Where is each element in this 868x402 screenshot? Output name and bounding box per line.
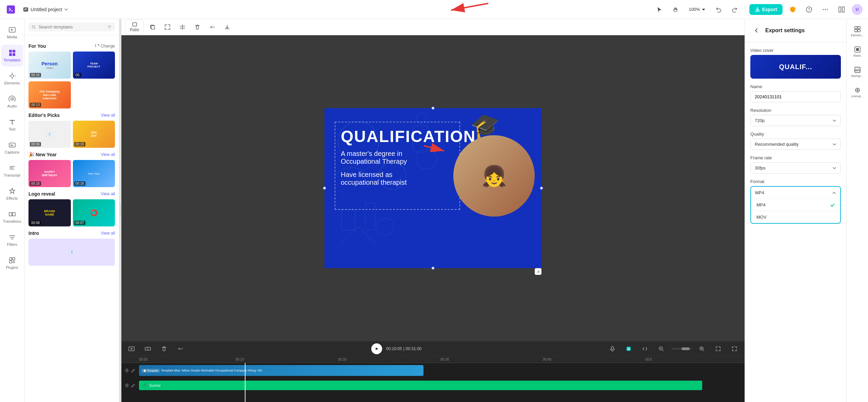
audio-clip[interactable]: 🎵 Sunrise [139,381,702,390]
format-option-mov[interactable]: MOV [751,211,840,223]
editor-thumb-1[interactable]: 📧 00:06 [28,121,71,148]
editor-thumb-2[interactable]: 30%OFF 00:10 [73,121,115,148]
video-cover-preview[interactable]: QUALIF... [750,55,841,79]
sidebar-item-transitions[interactable]: Transitions [1,206,23,228]
download-button[interactable] [221,21,233,33]
add-clip-button[interactable] [125,343,138,355]
zoom-thumb[interactable] [682,347,690,350]
right-panel-background[interactable]: Backgr... [848,62,867,81]
video-cover-label: Video cover [750,48,841,53]
resize-handle-left[interactable] [323,186,326,190]
editors-picks-view-all[interactable]: View all [101,113,115,118]
new-year-title: 🎉New Year [28,152,57,157]
search-input[interactable] [39,24,105,29]
svg-rect-41 [858,29,860,32]
right-animate-label: Animat... [851,95,864,98]
export-back-button[interactable] [750,24,763,37]
intro-thumb-1[interactable]: 📧 [28,239,115,266]
logo-button[interactable] [5,4,16,15]
sidebar-item-plugins[interactable]: Plugins [1,252,23,274]
svg-rect-11 [13,50,15,53]
merge-button[interactable] [206,21,218,33]
right-panel-elements[interactable]: Elemen... [848,22,867,41]
resize-corner-handle[interactable] [535,268,541,275]
hand-tool-button[interactable] [670,3,682,16]
resize-canvas-button[interactable] [161,21,174,33]
edit-track-icon[interactable] [131,368,136,373]
change-button[interactable]: Change [95,44,115,48]
new-year-view-all[interactable]: View all [101,152,115,157]
media-icon [8,26,16,34]
resize-handle-right[interactable] [540,186,543,190]
sidebar-item-templates[interactable]: Templates [1,45,23,66]
mic-button[interactable] [606,343,618,355]
intro-view-all[interactable]: View all [101,231,115,236]
cursor-tool-button[interactable] [653,3,666,16]
merge-clip-button[interactable] [174,343,186,355]
sidebar-item-text[interactable]: Text [1,114,23,136]
sidebar-item-filters[interactable]: Filters [1,229,23,251]
ai-enhance-button[interactable] [623,343,635,355]
framerate-select[interactable]: 30fps [750,162,841,174]
template-thumb-1[interactable]: Person Video 00:16 [28,52,71,79]
audio-volume-icon[interactable] [125,383,130,388]
sidebar-item-audio[interactable]: Audio [1,91,23,113]
new-year-thumb-1[interactable]: HAPPYBIRTHDAY 00:16 [28,160,71,187]
split-button[interactable] [176,21,189,33]
delete-clip-button[interactable] [158,343,170,355]
shield-button[interactable] [787,3,799,16]
play-button[interactable] [371,343,382,354]
quality-select[interactable]: Recommended quality [750,139,841,150]
volume-icon[interactable] [125,368,130,373]
right-panel-animate[interactable]: Animat... [848,83,867,102]
sidebar-item-transcript[interactable]: Transcript [1,160,23,182]
logo-thumb-1[interactable]: BRANDNAME 00:08 [28,199,71,226]
name-input[interactable] [750,91,841,102]
logo-thumb-2[interactable]: ⭕ 00:07 [73,199,115,226]
ratio-button[interactable]: Ratio [125,20,144,35]
resize-handle-top[interactable] [431,106,435,110]
copy-button[interactable] [146,21,159,33]
fullscreen-button[interactable] [728,343,741,355]
sidebar-item-plugins-label: Plugins [6,265,18,269]
zoom-control[interactable]: 100% [686,5,708,13]
resolution-select[interactable]: 720p [750,115,841,126]
delete-clip-icon [161,346,167,352]
export-settings-panel: Export settings Video cover QUALIF... Na… [745,19,846,402]
format-option-mp4[interactable]: MP4 [751,199,840,211]
sidebar-item-effects[interactable]: Effects [1,183,23,205]
layout-toggle-button[interactable] [835,3,848,16]
zoom-slider[interactable] [671,348,692,349]
canvas-toolbar: Ratio [121,19,745,35]
fit-button[interactable] [712,343,724,355]
template-thumb-3[interactable]: Our CompanyWELCOMEONBOARD! 00:13 [28,81,71,108]
logo-reveal-view-all[interactable]: View all [101,192,115,196]
help-button[interactable]: ? [803,3,815,16]
template-thumb-2[interactable]: TEAMPROJECT 00: [73,52,115,79]
delete-icon [194,24,200,30]
sidebar-item-captions[interactable]: Captions [1,137,23,159]
undo-button[interactable] [712,3,725,16]
export-button[interactable]: Export [749,4,783,15]
format-dropdown-header[interactable]: MP4 [751,187,840,199]
video-clip[interactable]: 📋 Template Template Blue Yellow Simple M… [139,365,423,376]
canvas-frame[interactable]: QUALIFICATION A master's degree in Occup… [324,108,541,268]
sidebar-item-media[interactable]: Media [1,22,23,43]
user-avatar[interactable]: U [852,4,863,15]
split-clip-button[interactable] [142,343,154,355]
right-panel-basic[interactable]: Basic [848,42,867,61]
download-icon [224,24,230,30]
templates-search-area [24,19,119,35]
more-options-button[interactable] [819,3,831,16]
new-year-thumb-2[interactable]: New Year 00:16 [73,160,115,187]
editor-thumb-2-duration: 00:10 [74,142,85,146]
delete-button[interactable] [191,21,203,33]
code-button[interactable] [639,343,651,355]
edit-audio-icon[interactable] [131,383,136,388]
sidebar-item-elements[interactable]: Elements [1,68,23,89]
project-title[interactable]: Untitled project [20,5,71,14]
zoom-in-button[interactable] [696,343,708,355]
zoom-out-button[interactable] [655,343,667,355]
redo-button[interactable] [729,3,741,16]
resize-handle-bottom[interactable] [431,266,435,270]
